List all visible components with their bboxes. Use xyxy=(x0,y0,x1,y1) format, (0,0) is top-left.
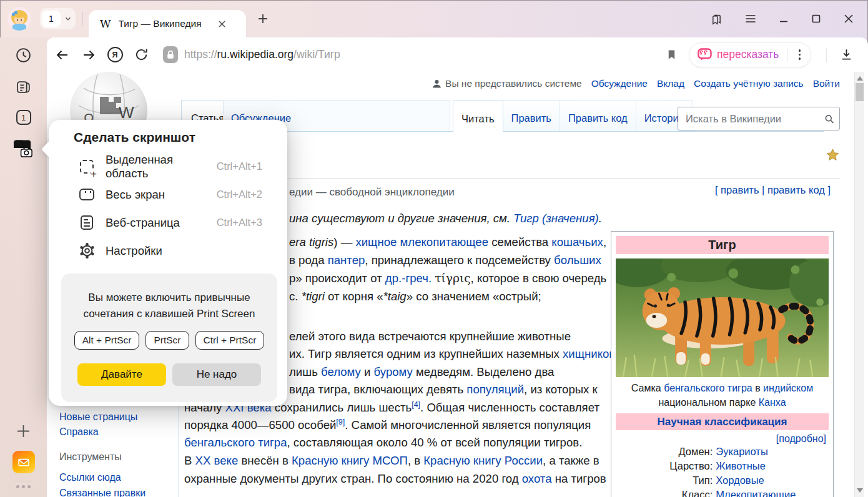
search-input[interactable] xyxy=(684,112,824,125)
taxonomy-value-link[interactable]: Эукариоты xyxy=(716,445,768,459)
wiki-sidebar-link[interactable]: Связанные правки xyxy=(59,488,145,497)
wiki-link[interactable]: больших xyxy=(554,253,601,267)
lock-icon[interactable] xyxy=(163,46,178,63)
titlebar: 1 W Тигр — Википедия xyxy=(0,0,868,37)
wiki-link[interactable]: бенгальского тигра xyxy=(184,436,287,449)
wiki-link[interactable]: кошачьих xyxy=(551,235,603,248)
tab-panel-count: 1 xyxy=(16,110,31,125)
classification-header: Научная классификация xyxy=(616,413,829,430)
text-fragment: от корня « xyxy=(325,290,383,303)
text-fragment: семейства xyxy=(488,235,551,248)
tab-counter[interactable]: 1 xyxy=(42,11,61,27)
side-panels-icon[interactable] xyxy=(710,12,723,26)
tab-group-control[interactable]: 1 xyxy=(40,8,76,29)
address-bar[interactable]: https://ru.wikipedia.org/wiki/Тигр xyxy=(184,48,340,61)
bookmark-icon[interactable] xyxy=(666,48,678,61)
classification-link[interactable]: Научная классификация xyxy=(658,416,787,428)
wiki-sidebar-link[interactable]: Новые страницы xyxy=(59,411,137,423)
wiki-link[interactable]: XX веке xyxy=(195,454,239,467)
chevron-down-icon[interactable] xyxy=(64,15,72,22)
browser-window: 1 W Тигр — Википедия xyxy=(0,0,868,497)
menu-icon[interactable] xyxy=(744,12,757,25)
decline-button[interactable]: Не надо xyxy=(172,363,261,386)
wiki-link[interactable]: охота xyxy=(522,472,552,485)
tab-panel-icon[interactable]: 1 xyxy=(10,104,37,131)
menu-item-web-page[interactable]: Веб-страница Ctrl+Alt+3 xyxy=(49,209,287,237)
wiki-link[interactable]: Красную книгу России xyxy=(423,454,543,467)
view-tab-3[interactable]: Править код xyxy=(560,100,636,132)
wiki-link[interactable]: др.-греч. xyxy=(385,272,432,285)
details-link[interactable]: [подробно] xyxy=(776,433,826,444)
shortcut-keys: Alt + PrtScr PrtScr Ctrl + PrtScr xyxy=(61,331,277,350)
reload-icon[interactable] xyxy=(128,42,154,67)
wiki-link[interactable]: пантер xyxy=(328,253,365,267)
retell-button[interactable]: пересказать xyxy=(717,48,779,61)
popup-title: Сделать скриншот xyxy=(74,130,287,145)
wiki-sidebar-link[interactable]: Справка xyxy=(59,426,99,438)
screenshot-popup: Сделать скриншот Выделенная область Ctrl… xyxy=(49,120,287,406)
view-tab-2[interactable]: Править xyxy=(503,100,560,132)
wiki-user-link[interactable]: Обсуждение xyxy=(591,78,648,89)
minimize-icon[interactable] xyxy=(778,13,789,24)
menu-item-settings[interactable]: Настройки xyxy=(49,237,287,265)
wiki-link[interactable]: бурому xyxy=(374,365,413,378)
yandex-search-icon[interactable]: Я xyxy=(102,42,128,67)
search-icon[interactable] xyxy=(824,113,834,125)
wiki-link[interactable]: белому xyxy=(321,365,361,378)
downloads-icon[interactable] xyxy=(833,42,859,67)
rail-divider xyxy=(14,481,33,481)
add-widget-icon[interactable] xyxy=(10,417,37,445)
more-tools-icon[interactable] xyxy=(16,485,31,488)
wiki-link[interactable]: бенгальского тигра xyxy=(664,383,752,393)
accept-button[interactable]: Давайте xyxy=(77,363,166,386)
text-fragment: их. Тигр является одним из крупнейших на… xyxy=(289,347,563,360)
wiki-link[interactable]: Канха xyxy=(759,397,786,408)
web-page-icon xyxy=(77,215,96,230)
wiki-link[interactable]: хищников xyxy=(563,347,615,360)
article-line: бенгальского тигра, составляющая около 4… xyxy=(184,435,582,451)
tiger-photo[interactable] xyxy=(616,258,829,377)
wiki-search-box[interactable] xyxy=(678,107,840,130)
text-fragment: ина существуют и другие значения, см. xyxy=(289,212,513,225)
wiki-sidebar-link[interactable]: Ссылки сюда xyxy=(59,472,121,483)
menu-item-selected-area[interactable]: Выделенная область Ctrl+Alt+1 xyxy=(49,152,287,180)
wiki-link[interactable]: [4] xyxy=(412,400,420,409)
yandex-mail-icon[interactable] xyxy=(10,448,37,476)
wiki-link[interactable]: хищное млекопитающее xyxy=(355,235,488,248)
wiki-user-link[interactable]: Войти xyxy=(813,78,840,89)
wiki-link[interactable]: [9] xyxy=(336,418,345,426)
taxonomy-value-link[interactable]: Животные xyxy=(716,459,766,473)
featured-star-icon[interactable] xyxy=(826,148,840,165)
browser-tab-active[interactable]: W Тигр — Википедия xyxy=(89,10,246,37)
menu-item-full-screen[interactable]: Весь экран Ctrl+Alt+2 xyxy=(49,180,287,209)
wiki-user-link[interactable]: Создать учётную запись xyxy=(694,78,804,89)
maximize-icon[interactable] xyxy=(811,13,822,24)
new-tab-button[interactable] xyxy=(252,8,274,29)
back-button[interactable] xyxy=(49,42,76,67)
taxonomy-value-link[interactable]: Хордовые xyxy=(716,473,764,488)
forward-button[interactable] xyxy=(76,42,102,67)
article-line: порядка 4000—6500 особей[9]. Самой много… xyxy=(184,417,591,433)
edit-section-links[interactable]: [ править | править код ] xyxy=(715,184,831,196)
wiki-link[interactable]: Красную книгу МСОП xyxy=(292,454,408,467)
scroll-down-icon[interactable] xyxy=(857,488,863,493)
wiki-link[interactable]: популяций xyxy=(466,383,524,396)
selection-area-icon xyxy=(77,160,96,174)
tab-close-icon[interactable] xyxy=(218,20,226,28)
scroll-thumb[interactable] xyxy=(856,83,864,101)
full-screen-icon xyxy=(77,189,96,200)
screenshot-tool-icon[interactable] xyxy=(10,135,37,162)
close-icon[interactable] xyxy=(843,13,854,24)
taxonomy-value-link[interactable]: Млекопитающие xyxy=(716,488,796,497)
profile-avatar[interactable] xyxy=(7,7,31,31)
notes-icon[interactable] xyxy=(10,72,37,100)
wiki-view-tabs: ЧитатьПравитьПравить кодИстория xyxy=(453,100,693,132)
wiki-user-link[interactable]: Вклад xyxy=(657,78,684,89)
view-tab-1[interactable]: Читать xyxy=(453,100,503,132)
wiki-link[interactable]: индийском xyxy=(763,383,813,393)
wiki-link[interactable]: Тигр (значения) xyxy=(513,212,599,225)
page-scrollbar[interactable] xyxy=(854,72,864,497)
history-icon[interactable] xyxy=(10,41,37,69)
retell-more-icon[interactable] xyxy=(792,46,807,64)
scroll-up-icon[interactable] xyxy=(857,76,863,81)
